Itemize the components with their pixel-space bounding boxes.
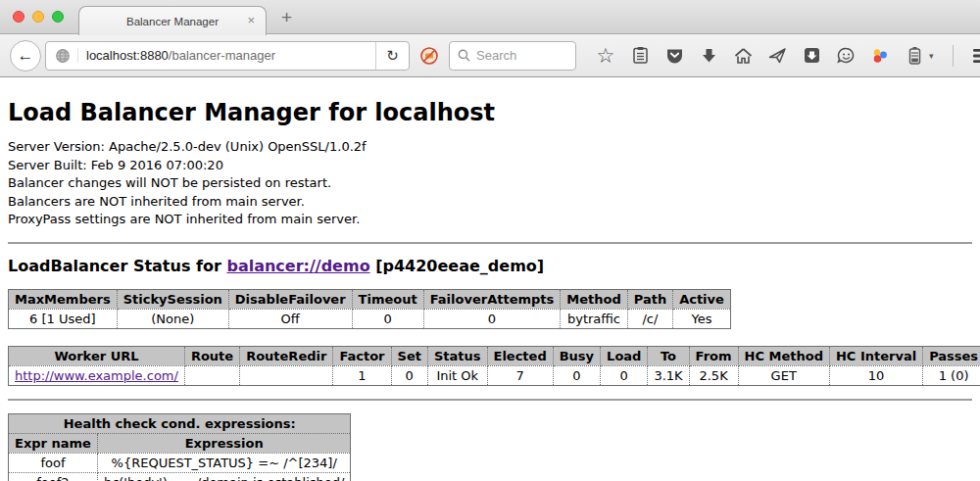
column-header: StickySession [117, 289, 228, 309]
search-bar[interactable]: Search [449, 41, 576, 71]
window-controls [13, 11, 64, 23]
cell-method: bytraffic [561, 309, 627, 328]
hamburger-menu-icon[interactable] [972, 45, 980, 67]
toolbar-buttons: ☆ ▾ [596, 45, 980, 67]
notice-line: ProxyPass settings are NOT inherited fro… [8, 211, 972, 229]
url-path: /balancer-manager [169, 48, 275, 63]
column-header: Expression [97, 433, 351, 453]
url-input[interactable]: localhost:8880/balancer-manager [77, 48, 375, 63]
column-header: Active [673, 289, 731, 309]
cell-failoverattempts: 0 [423, 309, 561, 328]
column-header: MaxMembers [9, 289, 118, 309]
pocket-icon[interactable] [664, 45, 684, 67]
column-header: Worker URL [9, 346, 185, 365]
chat-smiley-icon[interactable] [836, 45, 856, 67]
cell-hc-interval: 10 [829, 365, 922, 385]
health-check-table: Health check cond. expressions: Expr nam… [8, 413, 351, 481]
bookmarks-menu-icon[interactable] [630, 45, 650, 67]
search-input[interactable]: Search [476, 48, 516, 63]
page-content: Load Balancer Manager for localhost Serv… [0, 77, 980, 481]
cell-stickysession: (None) [117, 309, 228, 328]
cell-set: 0 [391, 365, 427, 385]
column-header: Set [391, 346, 427, 365]
health-table-title: Health check cond. expressions: [9, 413, 351, 433]
notice-line: Balancer changes will NOT be persisted o… [8, 174, 972, 193]
browser-tab[interactable]: Balancer Manager × [78, 6, 267, 35]
cell-route [184, 365, 239, 385]
server-version-line: Server Version: Apache/2.5.0-dev (Unix) … [8, 138, 972, 157]
cell-timeout: 0 [352, 309, 423, 328]
column-header: Method [561, 289, 627, 309]
send-plane-icon[interactable] [767, 45, 787, 67]
server-built-line: Server Built: Feb 9 2016 07:00:20 [8, 157, 972, 175]
cell-active: Yes [673, 309, 731, 328]
cell-expression: hc('body') =~ /domain is established/ [97, 472, 351, 481]
column-header: HC Interval [829, 346, 922, 365]
balancer-link[interactable]: balancer://demo [226, 257, 369, 275]
cell-busy: 0 [553, 365, 600, 385]
cell-elected: 7 [487, 365, 553, 385]
table-header-row: Expr name Expression [9, 433, 351, 453]
column-header: DisableFailover [228, 289, 352, 309]
plugin-blocked-icon[interactable] [419, 46, 439, 66]
window-minimize-button[interactable] [32, 11, 44, 23]
worker-url-link[interactable]: http://www.example.com/ [15, 368, 178, 383]
table-row: 6 [1 Used] (None) Off 0 0 bytraffic /c/ … [9, 309, 731, 328]
tab-title: Balancer Manager [126, 16, 219, 27]
cell-routeredir [240, 365, 333, 385]
column-header: Path [627, 289, 672, 309]
battery-extension-icon[interactable] [905, 45, 924, 67]
bookmark-star-icon[interactable]: ☆ [596, 45, 615, 67]
section-divider [8, 399, 972, 401]
column-header: Expr name [9, 433, 98, 453]
table-row: foof %{REQUEST_STATUS} =~ /^[234]/ [9, 453, 351, 472]
column-header: To [648, 346, 689, 365]
tab-close-icon[interactable]: × [247, 14, 255, 26]
worker-row: http://www.example.com/ 1 0 Init Ok 7 0 … [9, 365, 980, 385]
cell-disablefailover: Off [228, 309, 352, 328]
window-close-button[interactable] [13, 11, 24, 23]
table-row: foof2 hc('body') =~ /domain is establish… [9, 472, 351, 481]
server-info: Server Version: Apache/2.5.0-dev (Unix) … [8, 138, 972, 229]
column-header: HC Method [738, 346, 829, 365]
back-button[interactable]: ← [10, 40, 41, 72]
browser-titlebar: Balancer Manager × + [0, 0, 980, 34]
cell-expr-name: foof [9, 453, 98, 472]
url-domain: localhost:8880 [86, 48, 169, 63]
column-header: Busy [553, 346, 600, 365]
cell-factor: 1 [333, 365, 391, 385]
notice-line: Balancers are NOT inherited from main se… [8, 193, 972, 212]
section-divider [8, 242, 972, 244]
new-tab-button[interactable]: + [281, 7, 292, 28]
toolbar-separator [953, 45, 954, 67]
column-header: Load [601, 346, 648, 365]
window-zoom-button[interactable] [52, 11, 64, 23]
video-download-icon[interactable] [802, 45, 821, 67]
cell-status: Init Ok [427, 365, 487, 385]
cell-maxmembers: 6 [1 Used] [9, 309, 118, 328]
column-header: RouteRedir [240, 346, 333, 365]
table-header-row: Worker URL Route RouteRedir Factor Set S… [9, 346, 980, 365]
cell-load: 0 [601, 365, 648, 385]
cell-from: 2.5K [689, 365, 738, 385]
url-bar[interactable]: localhost:8880/balancer-manager ↻ [45, 41, 410, 71]
loadbalancer-status-heading: LoadBalancer Status for balancer://demo … [8, 257, 972, 275]
search-icon [458, 49, 470, 62]
globe-icon [46, 48, 77, 64]
table-header-row: MaxMembers StickySession DisableFailover… [9, 289, 731, 309]
chevron-down-icon[interactable]: ▾ [929, 51, 934, 61]
cell-hc-method: GET [738, 365, 829, 385]
balancer-settings-table: MaxMembers StickySession DisableFailover… [8, 289, 731, 329]
reload-button[interactable]: ↻ [375, 42, 409, 70]
home-icon[interactable] [733, 45, 753, 67]
column-header: Status [427, 346, 487, 365]
extension-colordots-icon[interactable] [870, 45, 890, 67]
column-header: Factor [333, 346, 391, 365]
column-header: FailoverAttempts [423, 289, 561, 309]
column-header: Elected [487, 346, 553, 365]
page-title: Load Balancer Manager for localhost [8, 99, 972, 126]
heading-prefix: LoadBalancer Status for [8, 257, 226, 275]
downloads-icon[interactable] [699, 45, 718, 67]
column-header: Timeout [352, 289, 423, 309]
column-header: From [689, 346, 738, 365]
